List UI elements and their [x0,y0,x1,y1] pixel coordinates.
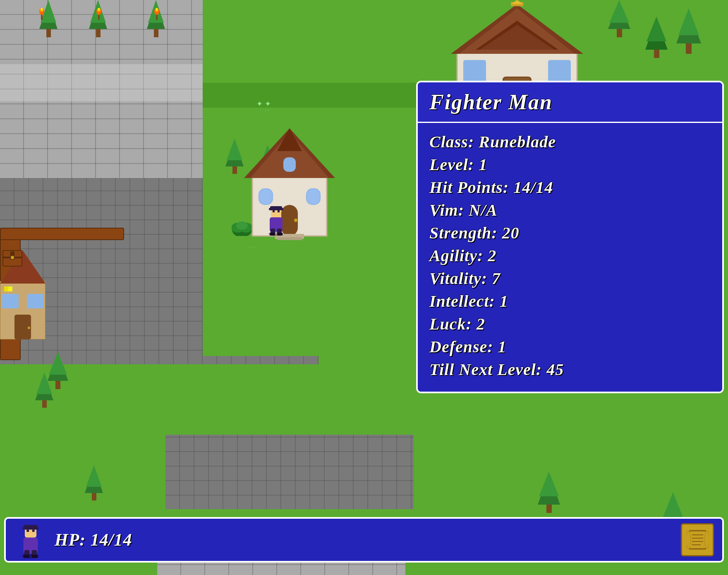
svg-marker-20 [698,83,716,106]
svg-rect-109 [277,233,283,236]
svg-marker-14 [647,17,666,41]
svg-rect-56 [283,157,296,172]
svg-rect-71 [548,60,571,83]
sparkle-3: · · · [248,244,256,251]
tree-btm-left [83,465,105,500]
svg-rect-72 [492,106,542,108]
svg-rect-105 [278,210,280,212]
tree-btm-right [536,472,563,513]
svg-marker-32 [36,373,52,394]
svg-marker-17 [609,0,629,23]
svg-marker-35 [663,492,683,517]
svg-point-77 [28,327,30,329]
svg-point-51 [294,219,297,222]
svg-rect-104 [273,210,275,212]
svg-point-69 [513,91,517,95]
sparkle-2: · · [265,108,269,114]
svg-point-86 [11,256,14,259]
svg-point-94 [98,8,100,10]
tree-mid-1 [223,139,246,174]
wall-highlight [0,64,203,101]
svg-marker-29 [49,352,67,375]
svg-point-98 [156,8,158,10]
svg-rect-68 [504,78,530,106]
tree-topright-3 [606,0,633,37]
tree-right-1 [695,83,720,120]
svg-rect-53 [259,189,272,204]
player-sprite [265,203,287,236]
svg-marker-112 [86,465,102,487]
svg-marker-115 [539,472,559,496]
svg-rect-58 [277,237,302,240]
tree-topright-1 [674,8,703,54]
crate-left [2,246,23,267]
svg-rect-78 [2,294,19,308]
svg-rect-70 [463,60,486,83]
stone-path-bottom [165,435,414,509]
svg-rect-81 [8,286,12,291]
svg-marker-23 [227,139,242,160]
tree-topright-2 [643,17,670,58]
temple-building [451,0,583,108]
svg-rect-79 [27,294,43,308]
main-building [244,124,335,240]
tree-bottom-right-1 [660,492,687,534]
game-world: ✦ ✦ · · · · · [0,0,728,575]
grass-center-2 [203,83,422,108]
torch-1 [38,4,46,21]
torch-3 [153,4,160,21]
svg-point-90 [41,8,43,10]
sparkle-1: ✦ ✦ [256,99,271,108]
svg-marker-11 [678,8,699,35]
fence-horizontal [0,228,124,240]
tree-bottom-2 [33,373,56,408]
bottom-wall [157,550,405,575]
svg-rect-103 [269,208,283,210]
svg-rect-55 [307,189,320,204]
torch-2 [95,4,103,21]
svg-rect-108 [270,233,275,236]
